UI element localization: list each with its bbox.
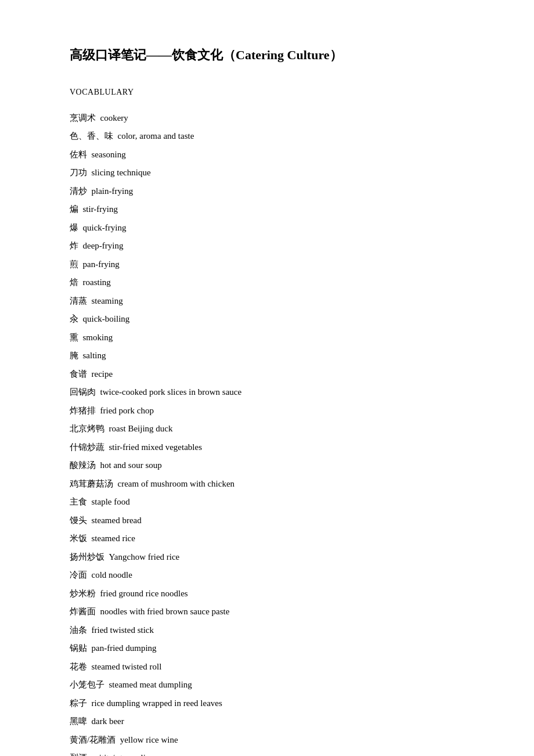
vocab-item: 汆 quick-boiling [70,312,464,327]
vocab-item: 食谱 recipe [70,367,464,382]
vocab-item: 粽子 rice dumpling wrapped in reed leaves [70,696,464,711]
vocab-item: 油条 fried twisted stick [70,623,464,638]
vocab-item: 烹调术 cookery [70,111,464,126]
vocab-item: 小笼包子 steamed meat dumpling [70,678,464,693]
section-label: VOCABLULARY [70,88,464,97]
vocab-item: 刀功 slicing technique [70,165,464,181]
vocab-item: 什锦炒蔬 stir-fried mixed vegetables [70,440,464,455]
vocab-item: 花卷 steamed twisted roll [70,660,464,675]
vocab-item: 熏 smoking [70,330,464,345]
vocab-item: 酸辣汤 hot and sour soup [70,458,464,473]
vocab-item: 腌 salting [70,348,464,363]
vocab-item: 炸酱面 noodles with fried brown sauce paste [70,604,464,620]
vocab-list: 烹调术 cookery色、香、味 color, aroma and taste佐… [70,111,464,756]
vocab-item: 焙 roasting [70,275,464,290]
vocab-item: 冷面 cold noodle [70,568,464,583]
vocab-item: 扬州炒饭 Yangchow fried rice [70,550,464,565]
vocab-item: 佐料 seasoning [70,147,464,163]
vocab-item: 炸猪排 fried pork chop [70,404,464,419]
vocab-item: 烈酒 spitits/ strong liquor [70,751,464,756]
vocab-item: 炒米粉 fried ground rice noodles [70,586,464,602]
vocab-item: 清炒 plain-frying [70,184,464,199]
vocab-item: 馒头 steamed bread [70,513,464,528]
vocab-item: 北京烤鸭 roast Beijing duck [70,422,464,437]
vocab-item: 炸 deep-frying [70,239,464,254]
vocab-item: 鸡茸蘑菇汤 cream of mushroom with chicken [70,477,464,492]
vocab-item: 清蒸 steaming [70,294,464,309]
vocab-item: 黑啤 dark beer [70,714,464,729]
vocab-item: 锅贴 pan-fried dumping [70,641,464,656]
vocab-item: 煎 pan-frying [70,257,464,272]
vocab-item: 回锅肉 twice-cooked pork slices in brown sa… [70,385,464,400]
vocab-item: 爆 quick-frying [70,221,464,236]
vocab-item: 色、香、味 color, aroma and taste [70,129,464,144]
vocab-item: 主食 staple food [70,495,464,510]
vocab-item: 黄酒/花雕酒 yellow rice wine [70,733,464,748]
page-title: 高级口译笔记——饮食文化（Catering Culture） [70,46,464,64]
vocab-item: 米饭 steamed rice [70,531,464,546]
vocab-item: 煸 stir-frying [70,202,464,217]
